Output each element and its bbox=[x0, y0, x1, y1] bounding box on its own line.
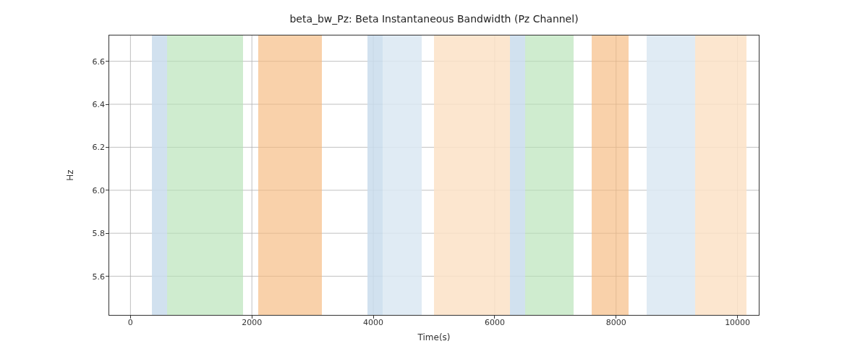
x-tick-label: 4000 bbox=[363, 318, 383, 327]
x-tick-label: 8000 bbox=[606, 318, 626, 327]
x-tick-label: 0 bbox=[128, 318, 133, 327]
y-tick-mark bbox=[106, 147, 109, 148]
y-tick-mark bbox=[106, 233, 109, 234]
x-tick-label: 6000 bbox=[485, 318, 505, 327]
band bbox=[525, 35, 574, 315]
band bbox=[647, 35, 695, 315]
y-tick-mark bbox=[106, 190, 109, 190]
y-tick-label: 6.0 bbox=[93, 185, 106, 195]
x-axis-label: Time(s) bbox=[418, 332, 451, 342]
y-tick-label: 6.2 bbox=[93, 143, 106, 152]
y-tick-mark bbox=[106, 61, 109, 62]
x-tick-label: 10000 bbox=[725, 318, 750, 327]
y-tick-mark bbox=[106, 276, 109, 277]
y-tick-label: 5.8 bbox=[93, 229, 106, 238]
chart-title: beta_bw_Pz: Beta Instantaneous Bandwidth… bbox=[0, 13, 868, 25]
x-tick-label: 2000 bbox=[242, 318, 262, 327]
y-tick-label: 6.6 bbox=[93, 56, 106, 66]
axes: Time(s) Hz 0200040006000800010000 5.65.8… bbox=[109, 35, 760, 316]
figure: beta_bw_Pz: Beta Instantaneous Bandwidth… bbox=[0, 0, 868, 362]
plot-area bbox=[109, 35, 759, 315]
band bbox=[695, 35, 746, 315]
band bbox=[434, 35, 510, 315]
band bbox=[592, 35, 628, 315]
y-axis-label: Hz bbox=[65, 169, 75, 180]
band bbox=[167, 35, 243, 315]
band bbox=[510, 35, 525, 315]
band bbox=[383, 35, 422, 315]
band bbox=[258, 35, 322, 315]
y-tick-label: 6.4 bbox=[93, 100, 106, 109]
y-tick-mark bbox=[106, 104, 109, 105]
y-tick-label: 5.6 bbox=[93, 272, 106, 281]
band bbox=[152, 35, 167, 315]
band bbox=[367, 35, 383, 315]
